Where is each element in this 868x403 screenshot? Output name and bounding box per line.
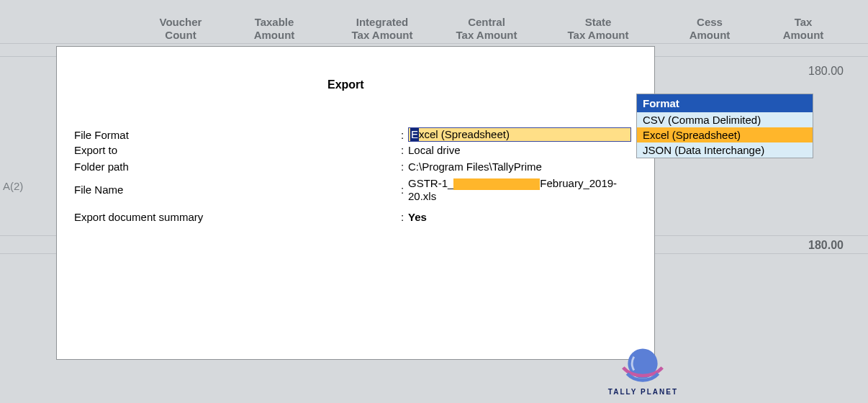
file-format-input[interactable]: Excel (Spreadsheet) xyxy=(408,127,631,142)
format-dropdown-header: Format xyxy=(637,94,813,112)
file-format-label: File Format xyxy=(74,129,401,141)
tally-planet-logo: TALLY PLANET xyxy=(608,343,678,396)
file-name-value[interactable]: GSTR-1_February_2019-20.xls xyxy=(408,177,640,202)
planet-logo-icon xyxy=(619,343,666,386)
divider xyxy=(0,43,868,44)
bg-tax-amount-value-top: 180.00 xyxy=(808,65,844,78)
export-summary-label: Export document summary xyxy=(74,211,401,223)
format-option-excel[interactable]: Excel (Spreadsheet) xyxy=(637,127,813,142)
bg-left-label: A(2) xyxy=(3,180,23,192)
logo-text: TALLY PLANET xyxy=(608,388,678,396)
dialog-title: Export xyxy=(327,78,364,91)
export-to-value[interactable]: Local drive xyxy=(408,144,640,156)
col-central-tax: CentralTax Amount xyxy=(436,16,537,42)
col-taxable-amount: TaxableAmount xyxy=(220,16,328,42)
field-export-summary: Export document summary : Yes xyxy=(74,211,640,223)
field-file-format: File Format : Excel (Spreadsheet) xyxy=(74,127,640,142)
field-file-name: File Name : GSTR-1_February_2019-20.xls xyxy=(74,177,640,202)
redacted-block xyxy=(453,178,540,190)
folder-path-value[interactable]: C:\Program Files\TallyPrime xyxy=(408,160,640,173)
field-folder-path: Folder path : C:\Program Files\TallyPrim… xyxy=(74,160,640,173)
background-column-headers: VoucherCount TaxableAmount IntegratedTax… xyxy=(0,16,868,42)
col-tax-amount: TaxAmount xyxy=(760,16,846,42)
col-integrated-tax: IntegratedTax Amount xyxy=(328,16,436,42)
col-state-tax: StateTax Amount xyxy=(537,16,659,42)
format-option-csv[interactable]: CSV (Comma Delimited) xyxy=(637,112,813,127)
col-cess-amount: CessAmount xyxy=(659,16,760,42)
folder-path-label: Folder path xyxy=(74,160,401,173)
col-voucher-count: VoucherCount xyxy=(141,16,220,42)
export-summary-value[interactable]: Yes xyxy=(408,211,640,223)
file-name-label: File Name xyxy=(74,184,401,196)
bg-tax-amount-value-bottom: 180.00 xyxy=(808,239,844,252)
export-dialog: Export File Format : Excel (Spreadsheet)… xyxy=(56,46,655,360)
field-export-to: Export to : Local drive xyxy=(74,144,640,156)
export-to-label: Export to xyxy=(74,144,401,156)
format-dropdown: Format CSV (Comma Delimited) Excel (Spre… xyxy=(636,94,813,158)
format-option-json[interactable]: JSON (Data Interchange) xyxy=(637,142,813,158)
